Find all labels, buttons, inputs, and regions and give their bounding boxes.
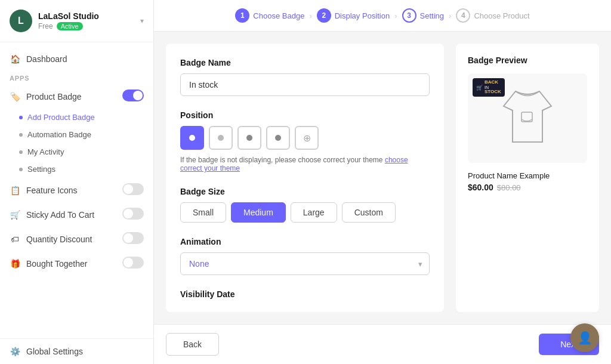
inactive-dot [19,133,23,137]
sticky-add-to-cart-label: Sticky Add To Cart [26,210,94,220]
sidebar-item-settings[interactable]: Settings [0,161,153,178]
add-product-badge-label: Add Product Badge [27,113,95,122]
sidebar-item-product-badge[interactable]: 🏷️ Product Badge [0,84,153,109]
chat-avatar[interactable]: 👤 [570,323,599,352]
global-settings-label: Global Settings [26,347,83,356]
position-top-left[interactable] [180,126,204,150]
position-dot-2 [218,135,224,141]
sidebar-header: L LaLaSol Studio Free Active ▾ [0,0,153,42]
sidebar-item-global-settings[interactable]: ⚙️ Global Settings [10,346,144,357]
size-medium[interactable]: Medium [231,202,286,223]
animation-select-wrap: None Bounce Shake Pulse Fade ▾ [180,252,430,275]
back-button[interactable]: Back [166,333,219,356]
step-label-1: Choose Badge [253,11,304,20]
inactive-dot [19,150,23,154]
bought-together-icon: 🎁 [10,258,20,269]
home-icon: 🏠 [10,54,20,64]
feature-icons-toggle[interactable] [122,183,144,195]
step-setting: 3 Setting [402,8,444,23]
sidebar-item-my-activity[interactable]: My Activity [0,143,153,161]
preview-price: $60.00 $80.00 [468,183,587,192]
quantity-discount-toggle[interactable] [122,232,144,244]
preview-badge: 🛒 BACK IN STOCK [473,78,505,97]
step-circle-1: 1 [235,8,249,23]
active-badge: Active [57,22,83,30]
step-circle-3: 3 [402,8,416,23]
quantity-discount-icon: 🏷 [10,234,20,245]
animation-label: Animation [180,237,430,246]
preview-title: Badge Preview [468,55,587,65]
badge-name-label: Badge Name [180,58,430,67]
badge-size-group: Badge Size Small Medium Large Custom [180,187,430,223]
size-custom[interactable]: Custom [342,202,396,223]
sticky-cart-toggle[interactable] [122,208,144,220]
free-label: Free [38,22,53,30]
preview-card: 🛒 BACK IN STOCK [468,73,587,163]
badge-size-label: Badge Size [180,187,430,196]
position-dot-4 [275,135,281,141]
apps-section-label: APPS [0,70,153,84]
gear-icon: ⚙️ [10,346,20,357]
badge-name-group: Badge Name [180,58,430,96]
automation-badge-label: Automation Badge [27,130,91,139]
product-badge-toggle[interactable] [122,90,144,101]
active-dot [19,116,23,119]
step-label-2: Display Position [335,11,390,20]
position-bottom-right[interactable] [266,126,290,150]
tshirt-image [498,85,557,151]
brand-meta: Free Active [38,22,134,30]
step-arrow-3: › [449,11,451,20]
move-icon: ⊕ [303,132,311,144]
step-choose-product: 4 Choose Product [456,8,529,23]
my-activity-label: My Activity [27,147,64,156]
quantity-discount-label: Quantity Discount [26,235,92,244]
step-arrow-2: › [394,11,397,20]
step-arrow-1: › [309,11,311,20]
step-circle-4: 4 [456,8,470,23]
position-hint-link[interactable]: choose correct your theme [180,156,408,172]
price-old: $80.00 [497,183,521,192]
size-large[interactable]: Large [291,202,337,223]
product-badge-label: Product Badge [26,92,82,101]
footer: Back Next [154,324,611,364]
badge-name-input[interactable] [180,73,430,96]
step-circle-2: 2 [317,8,331,23]
sidebar-item-automation-badge[interactable]: Automation Badge [0,126,153,143]
sidebar: L LaLaSol Studio Free Active ▾ 🏠 Dashboa… [0,0,154,364]
content-area: Badge Name Position [154,32,611,324]
sidebar-item-add-product-badge[interactable]: Add Product Badge [0,109,153,126]
position-grid: ⊕ [180,126,430,150]
chevron-down-icon[interactable]: ▾ [140,17,144,25]
sidebar-item-feature-icons[interactable]: 📋 Feature Icons [0,178,153,202]
position-dot-3 [246,135,252,141]
wizard-steps: 1 Choose Badge › 2 Display Position › 3 … [154,0,611,32]
brand-info: LaLaSol Studio Free Active [38,11,134,30]
bought-together-toggle[interactable] [122,257,144,269]
sidebar-item-dashboard[interactable]: 🏠 Dashboard [0,48,153,70]
sidebar-nav: 🏠 Dashboard APPS 🏷️ Product Badge Add Pr… [0,42,153,338]
chat-avatar-image: 👤 [570,323,599,352]
sidebar-item-sticky-add-to-cart[interactable]: 🛒 Sticky Add To Cart [0,202,153,227]
animation-group: Animation None Bounce Shake Pulse Fade ▾ [180,237,430,275]
size-buttons: Small Medium Large Custom [180,202,430,223]
dashboard-label: Dashboard [26,54,67,64]
step-label-3: Setting [420,11,444,20]
sidebar-item-bought-together[interactable]: 🎁 Bought Together [0,251,153,276]
position-custom[interactable]: ⊕ [295,126,319,150]
badge-text-stock: STOCK [485,90,501,95]
position-top-right[interactable] [209,126,233,150]
form-panel: Badge Name Position [166,44,444,312]
step-choose-badge: 1 Choose Badge [235,8,304,23]
position-label: Position [180,110,430,120]
visibility-date-group: Visibility Date [180,289,430,299]
badge-text-back: BACK [485,80,501,85]
position-bottom-left[interactable] [237,126,261,150]
sidebar-item-quantity-discount[interactable]: 🏷 Quantity Discount [0,227,153,251]
animation-select[interactable]: None Bounce Shake Pulse Fade [180,252,430,275]
badge-cart-icon: 🛒 [476,85,483,91]
position-group: Position [180,110,430,172]
size-small[interactable]: Small [180,202,226,223]
step-display-position: 2 Display Position [317,8,390,23]
settings-label: Settings [27,165,55,174]
feature-icons-label: Feature Icons [26,186,78,195]
